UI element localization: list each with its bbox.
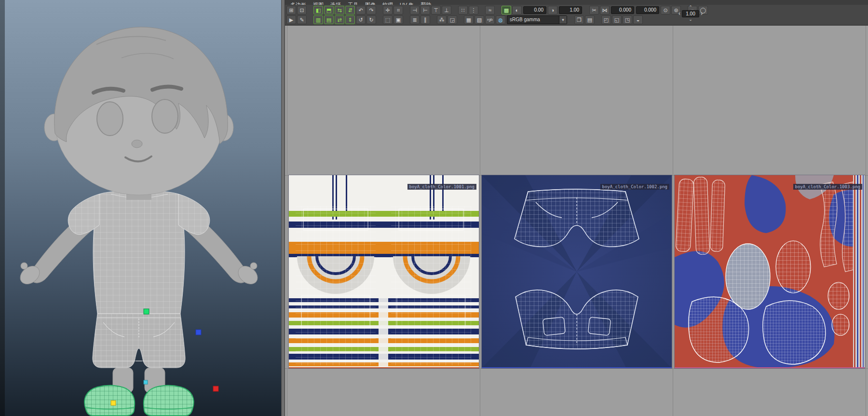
range-up-button[interactable]: ⌃ — [677, 5, 705, 10]
maya-uv-editor-window: 多边形视图选择工具图像纹理UV 集帮助 ⊞⊡◧⬒⇆⇵↶↷✛⌗⊣⊢⊤⊥∷⋮≈▩◐0… — [0, 0, 868, 416]
right-shoe[interactable] — [144, 386, 194, 416]
range-down-button[interactable]: ⌄ — [677, 17, 705, 22]
manipulator-yellow-handle[interactable] — [111, 401, 116, 405]
flip-u-icon[interactable]: ◧ — [313, 6, 323, 14]
dropdown-arrow-icon: ▾ — [559, 16, 567, 24]
paint-select-icon[interactable]: ✎ — [297, 15, 307, 24]
flip-shell-u-icon[interactable]: ⇆ — [335, 6, 344, 14]
manipulator-cyan-handle[interactable] — [144, 380, 148, 384]
manipulator-blue-handle[interactable] — [196, 330, 201, 335]
menu-item-1[interactable]: 视图 — [310, 1, 327, 5]
align-u-min-icon[interactable]: ⊣ — [410, 6, 420, 14]
sew-uv-icon[interactable]: ⋈ — [600, 6, 610, 14]
stack-shells-icon[interactable]: ≣ — [410, 15, 420, 24]
unfold-along-icon[interactable]: ⇕ — [345, 15, 355, 24]
shaded-uv-icon[interactable]: ◍ — [496, 15, 505, 24]
paste-uvs-icon[interactable]: ▤ — [585, 15, 595, 24]
align-v-max-icon[interactable]: ⊤ — [431, 6, 441, 14]
range-value-field[interactable]: 1.00 — [682, 10, 699, 17]
grid-line-vertical — [480, 26, 480, 416]
grid-line-vertical — [866, 26, 866, 416]
menu-item-0[interactable]: 多边形 — [287, 1, 310, 5]
uv-editor-menu-bar: 多边形视图选择工具图像纹理UV 集帮助 — [285, 0, 868, 5]
menu-item-5[interactable]: 纹理 — [379, 1, 396, 5]
shoes-texture — [675, 175, 865, 368]
orient-shells-icon[interactable]: ∥ — [420, 15, 430, 24]
straighten-shell-icon[interactable]: ⇄ — [335, 15, 344, 24]
tile-filename-label: boyA_cloth_Color.1003.png — [793, 184, 862, 190]
character-model[interactable] — [17, 27, 261, 416]
straighten-u-icon[interactable]: ▥ — [313, 15, 323, 24]
distribute-u-icon[interactable]: ∷ — [458, 6, 468, 14]
uv-distortion-icon[interactable]: ◒ — [633, 15, 643, 24]
flip-v-icon[interactable]: ⬒ — [324, 6, 334, 14]
align-u-max-icon[interactable]: ⊢ — [420, 6, 430, 14]
cut-uv-icon[interactable]: ✂ — [589, 6, 599, 14]
menu-item-7[interactable]: 帮助 — [417, 1, 434, 5]
tile-filename-label: boyA_cloth_Color.1002.png — [600, 184, 669, 190]
viewport-3d[interactable] — [0, 0, 281, 416]
head — [44, 27, 233, 195]
isolate-select-icon[interactable]: ◰ — [601, 15, 611, 24]
grid-display-icon[interactable]: ▦ — [464, 15, 474, 24]
shorts-texture — [482, 175, 672, 368]
select-tool-icon[interactable]: ▶ — [286, 15, 296, 24]
checker-map-icon[interactable]: ▩ — [502, 6, 511, 14]
udim-tile-1001[interactable]: boyA_cloth_Color.1001.png — [289, 175, 479, 368]
rotate-right-icon[interactable]: ↻ — [366, 15, 376, 24]
rotate-ccw-icon[interactable]: ↶ — [356, 6, 366, 14]
left-shoe[interactable] — [84, 386, 135, 416]
exposure-icon[interactable]: ◐ — [512, 6, 522, 14]
grid-line-vertical — [287, 26, 287, 416]
move-shell-icon[interactable]: ✛ — [383, 6, 393, 14]
colorspace-dropdown[interactable]: sRGB gamma▾ — [507, 15, 567, 24]
snap-together-icon[interactable]: ⊞ — [286, 6, 296, 14]
menu-item-6[interactable]: UV 集 — [396, 1, 417, 5]
rotate-left-icon[interactable]: ↺ — [356, 15, 366, 24]
distribute-v-icon[interactable]: ⋮ — [469, 6, 478, 14]
shorts-mesh — [93, 314, 185, 368]
texel-density-icon[interactable]: ◲ — [448, 15, 457, 24]
copy-uvs-icon[interactable]: ❐ — [574, 15, 584, 24]
v-coordinate-field[interactable]: 0.000 — [636, 6, 659, 14]
snap-grid-icon[interactable]: ⌗ — [393, 6, 403, 14]
shirt-mesh — [68, 191, 210, 314]
toolbar-row-1: ⊞⊡◧⬒⇆⇵↶↷✛⌗⊣⊢⊤⊥∷⋮≈▩◐0.00◑1.00✂⋈0.0000.000… — [286, 5, 867, 15]
add-to-isolate-icon[interactable]: ◱ — [612, 15, 622, 24]
grid-line-horizontal — [285, 368, 868, 369]
match-uvs-icon[interactable]: ≈ — [485, 6, 495, 14]
manipulator-green-handle[interactable] — [144, 309, 149, 314]
left-eye — [97, 102, 123, 136]
manipulator-red-handle[interactable] — [213, 386, 218, 391]
distribute-shells-icon[interactable]: ⁂ — [437, 15, 447, 24]
range-next-button[interactable]: › — [699, 11, 704, 16]
range-prev-button[interactable]: ‹ — [677, 11, 682, 16]
unfold-icon[interactable]: ⬚ — [383, 15, 393, 24]
panel-splitter[interactable] — [281, 0, 285, 416]
rotate-cw-icon[interactable]: ↷ — [366, 6, 376, 14]
layout-icon[interactable]: ▣ — [393, 15, 403, 24]
rgb-channels-icon[interactable]: rgb — [485, 15, 495, 24]
pin-uv-icon[interactable]: ⊙ — [661, 6, 670, 14]
shirt-texture — [289, 175, 479, 368]
colorspace-value: sRGB gamma — [510, 16, 540, 24]
toolbar-row-2: ▶✎▥▤⇄⇕↺↻⬚▣≣∥⁂◲▦▧rgb◍sRGB gamma▾❐▤◰◱◳◒ — [286, 15, 867, 25]
flip-shell-v-icon[interactable]: ⇵ — [345, 6, 355, 14]
uv-editor-toolbar: ⊞⊡◧⬒⇆⇵↶↷✛⌗⊣⊢⊤⊥∷⋮≈▩◐0.00◑1.00✂⋈0.0000.000… — [285, 5, 868, 26]
udim-tile-1002[interactable]: boyA_cloth_Color.1002.png — [482, 175, 672, 368]
exposure-field[interactable]: 0.00 — [523, 6, 546, 14]
image-dim-icon[interactable]: ▧ — [475, 15, 484, 24]
snap-point-icon[interactable]: ⊡ — [297, 6, 307, 14]
uv-editor-panel: 多边形视图选择工具图像纹理UV 集帮助 ⊞⊡◧⬒⇆⇵↶↷✛⌗⊣⊢⊤⊥∷⋮≈▩◐0… — [285, 0, 868, 416]
gamma-field[interactable]: 1.00 — [559, 6, 582, 14]
uv-editor-canvas[interactable]: boyA_cloth_Color.1001.png — [285, 26, 868, 416]
udim-tile-1003[interactable]: boyA_cloth_Color.1003.png — [675, 175, 865, 368]
remove-from-isolate-icon[interactable]: ◳ — [623, 15, 632, 24]
u-coordinate-field[interactable]: 0.000 — [611, 6, 634, 14]
align-v-min-icon[interactable]: ⊥ — [442, 6, 451, 14]
straighten-v-icon[interactable]: ▤ — [324, 15, 334, 24]
menu-item-2[interactable]: 选择 — [327, 1, 344, 5]
menu-item-3[interactable]: 工具 — [344, 1, 362, 5]
gamma-icon[interactable]: ◑ — [548, 6, 557, 14]
menu-item-4[interactable]: 图像 — [362, 1, 379, 5]
